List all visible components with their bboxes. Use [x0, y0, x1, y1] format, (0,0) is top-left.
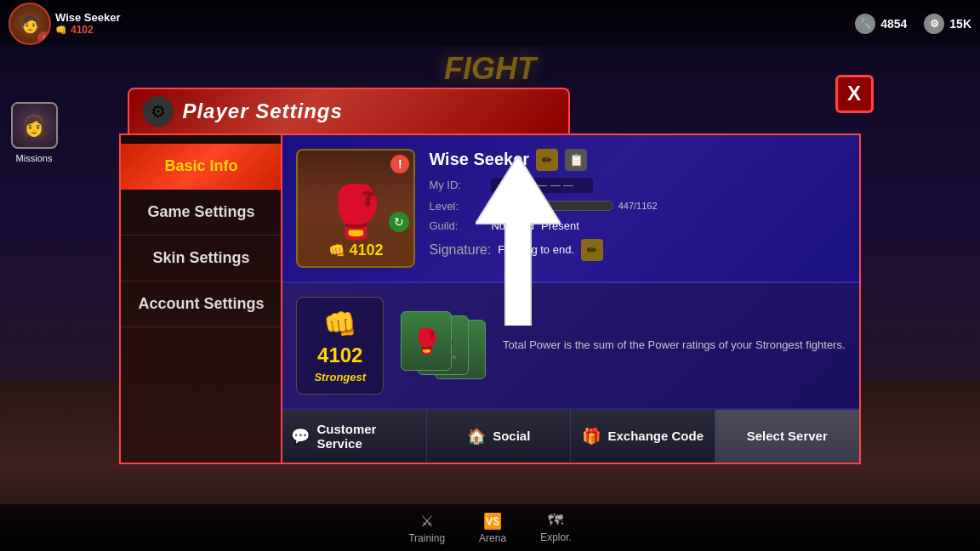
level-number: 4 — [491, 200, 497, 213]
exp-text: 447/1162 — [618, 201, 658, 211]
copy-name-button[interactable]: 📋 — [565, 149, 587, 171]
strongest-description: Total Power is the sum of the Power rati… — [503, 337, 845, 354]
close-button[interactable]: X — [835, 75, 874, 113]
id-value: — — — — — — — [491, 178, 593, 193]
select-server-button[interactable]: Select Server — [715, 410, 859, 463]
exchange-code-label: Exchange Code — [607, 429, 704, 443]
level-bar-container: 4 447/1162 — [491, 200, 657, 213]
modal-sidebar: Basic Info Game Settings Skin Settings A… — [119, 133, 281, 464]
power-display: 👊 4102 — [328, 241, 383, 259]
strongest-section: 👊 4102 Strongest 🥊 🥷 ⚔ Total Power is th… — [282, 283, 858, 408]
exp-fill — [504, 202, 545, 210]
strongest-icon: 👊 — [323, 308, 357, 340]
player-details: Wise Seeker ✏ 📋 My ID: — — — — — — Level… — [429, 149, 845, 268]
notification-badge: ! — [390, 155, 409, 173]
strongest-label: Strongest — [314, 371, 366, 383]
edit-signature-button[interactable]: ✏ — [581, 239, 603, 261]
modal-title-bar: ⚙ Player Settings — [128, 88, 570, 133]
guild-value: No Guild — [491, 219, 534, 232]
level-row: Level: 4 447/1162 — [429, 200, 845, 213]
customer-service-button[interactable]: 💬 Customer Service — [282, 410, 427, 463]
customer-service-icon: 💬 — [291, 427, 310, 446]
edit-name-button[interactable]: ✏ — [536, 149, 558, 171]
customer-service-label: Customer Service — [316, 422, 418, 451]
player-info-section: ! 🥊 ↻ 👊 4102 Wise — [282, 135, 858, 283]
exchange-icon: 🎁 — [582, 427, 601, 446]
social-button[interactable]: 🏠 Social — [427, 410, 572, 463]
player-name-main: Wise Seeker — [429, 150, 529, 169]
exp-bar — [503, 201, 613, 211]
power-number: 4102 — [349, 241, 383, 259]
modal-title: Player Settings — [182, 99, 342, 123]
strongest-power: 4102 — [317, 344, 362, 367]
signature-text: Fighting to end. — [498, 243, 574, 256]
guild-row: Guild: No Guild Present — [429, 219, 845, 232]
fist-icon: 👊 — [328, 242, 345, 258]
modal-overlay: ⚙ Player Settings Basic Info Game Settin… — [0, 0, 980, 551]
fighters-preview: 🥊 🥷 ⚔ — [401, 311, 486, 379]
gear-icon: ⚙ — [143, 96, 174, 127]
fighter-thumb-1: 🥊 — [401, 311, 452, 371]
strongest-left: 👊 4102 Strongest — [296, 297, 384, 395]
exchange-code-button[interactable]: 🎁 Exchange Code — [571, 410, 715, 463]
social-icon: 🏠 — [467, 427, 486, 446]
modal-content: ! 🥊 ↻ 👊 4102 Wise — [281, 133, 860, 464]
id-label: My ID: — [429, 179, 484, 191]
level-label: Level: — [429, 200, 484, 213]
signature-label: Signature: — [429, 242, 491, 258]
guild-label: Guild: — [429, 219, 484, 232]
guild-status: Present — [541, 219, 579, 232]
refresh-button[interactable]: ↻ — [389, 212, 409, 232]
sidebar-item-basic-info[interactable]: Basic Info — [121, 144, 281, 190]
player-card: ! 🥊 ↻ 👊 4102 — [296, 149, 415, 268]
sidebar-item-account-settings[interactable]: Account Settings — [121, 281, 281, 327]
id-row: My ID: — — — — — — — [429, 178, 845, 193]
sidebar-item-game-settings[interactable]: Game Settings — [121, 190, 281, 236]
select-server-label: Select Server — [747, 429, 828, 443]
modal-wrapper: ⚙ Player Settings Basic Info Game Settin… — [119, 88, 860, 464]
social-label: Social — [493, 429, 530, 443]
signature-row: Signature: Fighting to end. ✏ — [429, 239, 845, 261]
modal-body: Basic Info Game Settings Skin Settings A… — [119, 133, 860, 464]
bottom-buttons: 💬 Customer Service 🏠 Social 🎁 Exchange C… — [282, 408, 858, 463]
sidebar-item-skin-settings[interactable]: Skin Settings — [121, 236, 281, 281]
